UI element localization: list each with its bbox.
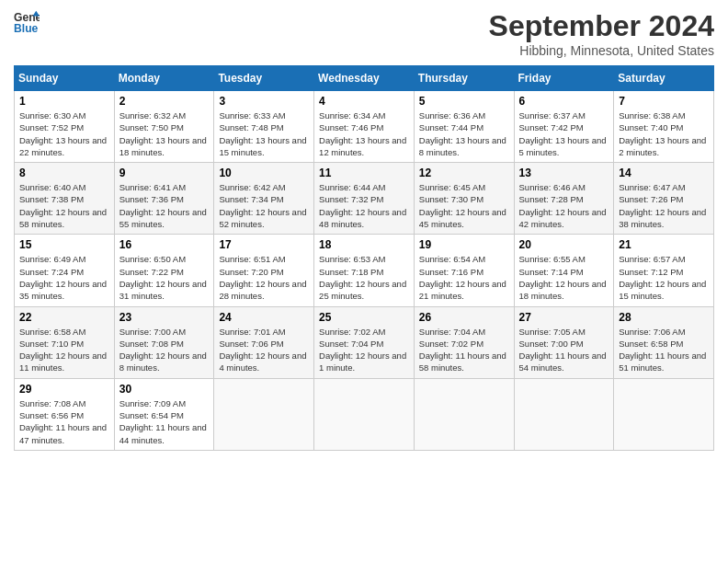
calendar-week-row: 29 Sunrise: 7:08 AM Sunset: 6:56 PM Dayl… [15,378,714,450]
calendar-cell: 11 Sunrise: 6:44 AM Sunset: 7:32 PM Dayl… [314,163,415,235]
month-title: September 2024 [489,9,714,43]
day-number: 11 [319,167,409,179]
day-number: 18 [319,238,409,251]
day-number: 30 [119,383,210,396]
day-info: Sunrise: 6:53 AM Sunset: 7:18 PM Dayligh… [319,253,409,302]
day-info: Sunrise: 6:37 AM Sunset: 7:42 PM Dayligh… [519,109,609,158]
day-info: Sunrise: 6:44 AM Sunset: 7:32 PM Dayligh… [319,181,409,230]
weekday-header-friday: Friday [514,66,614,91]
calendar-cell: 6 Sunrise: 6:37 AM Sunset: 7:42 PM Dayli… [514,91,614,163]
day-number: 3 [219,95,309,108]
day-info: Sunrise: 7:02 AM Sunset: 7:04 PM Dayligh… [319,326,409,374]
header: General Blue September 2024 Hibbing, Min… [14,9,714,58]
weekday-header-saturday: Saturday [614,66,714,91]
day-info: Sunrise: 7:06 AM Sunset: 6:58 PM Dayligh… [619,326,709,374]
weekday-header-monday: Monday [114,66,214,91]
weekday-header-thursday: Thursday [414,66,514,91]
calendar-cell: 22 Sunrise: 6:58 AM Sunset: 7:10 PM Dayl… [15,306,115,378]
day-number: 6 [519,95,609,108]
calendar-cell: 29 Sunrise: 7:08 AM Sunset: 6:56 PM Dayl… [15,378,115,450]
calendar-cell: 5 Sunrise: 6:36 AM Sunset: 7:44 PM Dayli… [414,91,514,163]
calendar-week-row: 15 Sunrise: 6:49 AM Sunset: 7:24 PM Dayl… [15,235,714,306]
day-info: Sunrise: 6:58 AM Sunset: 7:10 PM Dayligh… [19,326,109,374]
day-number: 29 [19,383,109,396]
day-number: 1 [19,95,109,108]
day-number: 12 [419,167,509,179]
day-info: Sunrise: 6:49 AM Sunset: 7:24 PM Dayligh… [19,253,109,302]
day-info: Sunrise: 6:55 AM Sunset: 7:14 PM Dayligh… [519,253,609,302]
day-number: 16 [119,238,210,251]
calendar-cell: 7 Sunrise: 6:38 AM Sunset: 7:40 PM Dayli… [614,91,714,163]
calendar-cell [314,378,415,450]
calendar-cell: 15 Sunrise: 6:49 AM Sunset: 7:24 PM Dayl… [15,235,115,306]
day-number: 4 [319,95,409,108]
day-info: Sunrise: 6:40 AM Sunset: 7:38 PM Dayligh… [19,181,109,230]
calendar-cell: 14 Sunrise: 6:47 AM Sunset: 7:26 PM Dayl… [614,163,714,235]
calendar-cell: 2 Sunrise: 6:32 AM Sunset: 7:50 PM Dayli… [114,91,214,163]
calendar-cell: 23 Sunrise: 7:00 AM Sunset: 7:08 PM Dayl… [114,306,214,378]
calendar-week-row: 1 Sunrise: 6:30 AM Sunset: 7:52 PM Dayli… [15,91,714,163]
weekday-header-tuesday: Tuesday [214,66,314,91]
svg-text:Blue: Blue [14,22,39,35]
day-number: 24 [219,311,309,324]
calendar-cell: 26 Sunrise: 7:04 AM Sunset: 7:02 PM Dayl… [414,306,514,378]
logo-icon: General Blue [14,9,40,35]
calendar-cell: 17 Sunrise: 6:51 AM Sunset: 7:20 PM Dayl… [214,235,314,306]
calendar-cell: 21 Sunrise: 6:57 AM Sunset: 7:12 PM Dayl… [614,235,714,306]
location-title: Hibbing, Minnesota, United States [489,43,714,58]
day-number: 7 [619,95,709,108]
day-info: Sunrise: 6:30 AM Sunset: 7:52 PM Dayligh… [19,109,109,158]
calendar-cell: 8 Sunrise: 6:40 AM Sunset: 7:38 PM Dayli… [15,163,115,235]
day-info: Sunrise: 7:08 AM Sunset: 6:56 PM Dayligh… [19,397,109,446]
day-number: 13 [519,167,609,179]
day-info: Sunrise: 6:47 AM Sunset: 7:26 PM Dayligh… [619,181,709,230]
calendar-cell: 12 Sunrise: 6:45 AM Sunset: 7:30 PM Dayl… [414,163,514,235]
calendar-week-row: 8 Sunrise: 6:40 AM Sunset: 7:38 PM Dayli… [15,163,714,235]
day-number: 23 [119,311,210,324]
day-info: Sunrise: 6:54 AM Sunset: 7:16 PM Dayligh… [419,253,509,302]
calendar-cell: 30 Sunrise: 7:09 AM Sunset: 6:54 PM Dayl… [114,378,214,450]
day-number: 22 [19,311,109,324]
day-info: Sunrise: 6:38 AM Sunset: 7:40 PM Dayligh… [619,109,709,158]
weekday-header-wednesday: Wednesday [314,66,415,91]
day-info: Sunrise: 6:32 AM Sunset: 7:50 PM Dayligh… [119,109,210,158]
calendar-cell: 19 Sunrise: 6:54 AM Sunset: 7:16 PM Dayl… [414,235,514,306]
day-number: 17 [219,238,309,251]
logo: General Blue [14,9,40,35]
day-info: Sunrise: 6:36 AM Sunset: 7:44 PM Dayligh… [419,109,509,158]
calendar-cell: 25 Sunrise: 7:02 AM Sunset: 7:04 PM Dayl… [314,306,415,378]
calendar-cell: 13 Sunrise: 6:46 AM Sunset: 7:28 PM Dayl… [514,163,614,235]
day-number: 2 [119,95,210,108]
calendar-cell [614,378,714,450]
day-number: 15 [19,238,109,251]
day-info: Sunrise: 7:00 AM Sunset: 7:08 PM Dayligh… [119,326,210,374]
day-number: 14 [619,167,709,179]
day-info: Sunrise: 6:57 AM Sunset: 7:12 PM Dayligh… [619,253,709,302]
day-number: 25 [319,311,409,324]
day-number: 10 [219,167,309,179]
day-info: Sunrise: 6:45 AM Sunset: 7:30 PM Dayligh… [419,181,509,230]
day-info: Sunrise: 7:09 AM Sunset: 6:54 PM Dayligh… [119,397,210,446]
day-number: 8 [19,167,109,179]
day-info: Sunrise: 6:46 AM Sunset: 7:28 PM Dayligh… [519,181,609,230]
title-area: September 2024 Hibbing, Minnesota, Unite… [489,9,714,58]
weekday-header-sunday: Sunday [15,66,115,91]
day-info: Sunrise: 6:33 AM Sunset: 7:48 PM Dayligh… [219,109,309,158]
calendar-cell [414,378,514,450]
day-number: 19 [419,238,509,251]
calendar-table: SundayMondayTuesdayWednesdayThursdayFrid… [14,65,714,451]
day-number: 21 [619,238,709,251]
day-info: Sunrise: 6:42 AM Sunset: 7:34 PM Dayligh… [219,181,309,230]
day-number: 28 [619,311,709,324]
day-info: Sunrise: 6:51 AM Sunset: 7:20 PM Dayligh… [219,253,309,302]
calendar-cell: 1 Sunrise: 6:30 AM Sunset: 7:52 PM Dayli… [15,91,115,163]
day-info: Sunrise: 7:04 AM Sunset: 7:02 PM Dayligh… [419,326,509,374]
day-number: 9 [119,167,210,179]
day-info: Sunrise: 7:05 AM Sunset: 7:00 PM Dayligh… [519,326,609,374]
day-number: 26 [419,311,509,324]
calendar-cell: 4 Sunrise: 6:34 AM Sunset: 7:46 PM Dayli… [314,91,415,163]
weekday-header-row: SundayMondayTuesdayWednesdayThursdayFrid… [15,66,714,91]
calendar-cell [514,378,614,450]
calendar-cell: 18 Sunrise: 6:53 AM Sunset: 7:18 PM Dayl… [314,235,415,306]
day-info: Sunrise: 7:01 AM Sunset: 7:06 PM Dayligh… [219,326,309,374]
